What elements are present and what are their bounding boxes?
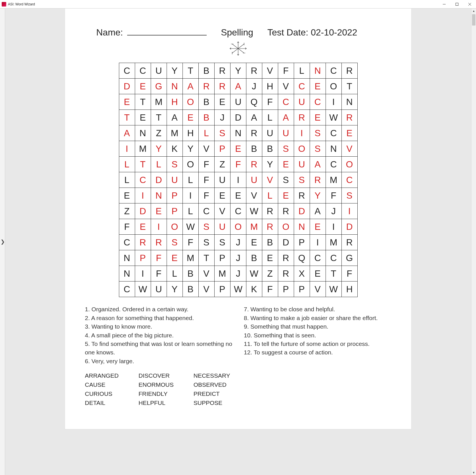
grid-cell: C bbox=[135, 63, 151, 79]
document-canvas: Name: Spelling Test Date: 02-10-2022 bbox=[5, 9, 471, 475]
word-bank-item: NECESSARY bbox=[194, 372, 230, 379]
grid-cell: M bbox=[214, 266, 230, 281]
grid-cell: G bbox=[341, 250, 357, 266]
grid-cell: V bbox=[198, 141, 214, 157]
grid-cell: Z bbox=[151, 125, 167, 141]
grid-cell: S bbox=[198, 219, 214, 235]
vertical-scrollbar[interactable]: ▲ ▼ bbox=[471, 9, 476, 475]
grid-cell: L bbox=[198, 125, 214, 141]
grid-cell: B bbox=[198, 110, 214, 125]
grid-cell: A bbox=[278, 110, 294, 125]
grid-cell: V bbox=[278, 79, 294, 94]
grid-cell: V bbox=[262, 172, 278, 188]
grid-cell: D bbox=[341, 219, 357, 235]
grid-cell: E bbox=[119, 94, 135, 110]
grid-cell: F bbox=[198, 188, 214, 203]
grid-cell: F bbox=[119, 219, 135, 235]
grid-cell: R bbox=[278, 203, 294, 219]
expand-panel-icon[interactable]: ❯ bbox=[1, 239, 5, 245]
grid-cell: E bbox=[278, 188, 294, 203]
grid-cell: S bbox=[167, 157, 183, 172]
grid-cell: M bbox=[151, 94, 167, 110]
grid-cell: S bbox=[278, 172, 294, 188]
grid-cell: R bbox=[198, 79, 214, 94]
grid-cell: C bbox=[310, 94, 326, 110]
grid-cell: T bbox=[198, 250, 214, 266]
grid-cell: T bbox=[119, 110, 135, 125]
grid-cell: W bbox=[183, 219, 198, 235]
grid-cell: T bbox=[151, 110, 167, 125]
grid-cell: L bbox=[151, 157, 167, 172]
clue-columns: 1. Organized. Ordered in a certain way.2… bbox=[85, 305, 391, 365]
grid-cell: D bbox=[135, 203, 151, 219]
grid-cell: C bbox=[119, 281, 135, 297]
word-bank-item: CAUSE bbox=[85, 381, 119, 388]
grid-cell: D bbox=[294, 203, 310, 219]
direction-compass-icon bbox=[85, 41, 391, 58]
grid-cell: D bbox=[151, 172, 167, 188]
clue-column-right: 7. Wanting to be close and helpful.8. Wa… bbox=[244, 305, 391, 365]
grid-cell: L bbox=[183, 203, 198, 219]
grid-cell: Y bbox=[167, 63, 183, 79]
word-bank-item: DETAIL bbox=[85, 400, 119, 406]
worksheet-page: Name: Spelling Test Date: 02-10-2022 bbox=[65, 9, 411, 429]
grid-cell: L bbox=[167, 266, 183, 281]
grid-row: CCUYTBRYRVFLNCR bbox=[119, 63, 357, 79]
grid-cell: R bbox=[246, 125, 262, 141]
grid-cell: P bbox=[214, 250, 230, 266]
grid-cell: E bbox=[167, 250, 183, 266]
name-blank-line bbox=[127, 26, 207, 35]
grid-cell: P bbox=[214, 281, 230, 297]
minimize-button[interactable] bbox=[438, 0, 450, 9]
word-bank-item: PREDICT bbox=[194, 390, 230, 397]
grid-cell: T bbox=[183, 63, 198, 79]
word-bank-item: HELPFUL bbox=[139, 400, 174, 406]
clue-item: 7. Wanting to be close and helpful. bbox=[244, 305, 391, 314]
grid-cell: N bbox=[119, 250, 135, 266]
grid-cell: I bbox=[294, 125, 310, 141]
grid-cell: E bbox=[214, 188, 230, 203]
grid-cell: C bbox=[119, 63, 135, 79]
maximize-button[interactable] bbox=[450, 0, 463, 9]
grid-cell: B bbox=[246, 250, 262, 266]
letter-grid: CCUYTBRYRVFLNCRDEGNARRAJHVCEOTETMHOBEUQF… bbox=[119, 63, 358, 297]
grid-cell: R bbox=[151, 235, 167, 250]
grid-cell: C bbox=[119, 235, 135, 250]
grid-cell: R bbox=[341, 110, 357, 125]
grid-cell: H bbox=[167, 94, 183, 110]
test-date-label: Test Date: bbox=[267, 27, 308, 37]
clue-item: 12. To suggest a course of action. bbox=[244, 348, 391, 357]
scroll-thumb[interactable] bbox=[472, 14, 475, 26]
grid-cell: A bbox=[119, 125, 135, 141]
grid-cell: E bbox=[135, 219, 151, 235]
grid-cell: E bbox=[230, 141, 246, 157]
close-button[interactable] bbox=[463, 0, 476, 9]
grid-cell: W bbox=[326, 110, 341, 125]
grid-cell: A bbox=[183, 79, 198, 94]
scroll-down-icon[interactable]: ▼ bbox=[471, 470, 476, 475]
grid-cell: O bbox=[278, 219, 294, 235]
grid-cell: U bbox=[294, 157, 310, 172]
grid-cell: N bbox=[151, 188, 167, 203]
grid-cell: E bbox=[341, 125, 357, 141]
grid-cell: E bbox=[262, 250, 278, 266]
grid-row: CRRSFSSJEBDPIMR bbox=[119, 235, 357, 250]
grid-cell: V bbox=[198, 266, 214, 281]
grid-cell: E bbox=[214, 94, 230, 110]
grid-row: TETAEBJDALAREWR bbox=[119, 110, 357, 125]
grid-cell: J bbox=[230, 235, 246, 250]
grid-cell: E bbox=[246, 235, 262, 250]
grid-cell: S bbox=[294, 172, 310, 188]
grid-cell: R bbox=[294, 110, 310, 125]
grid-cell: C bbox=[294, 79, 310, 94]
grid-cell: W bbox=[135, 281, 151, 297]
grid-cell: A bbox=[310, 157, 326, 172]
grid-cell: F bbox=[262, 94, 278, 110]
scroll-up-icon[interactable]: ▲ bbox=[471, 9, 476, 13]
word-bank-item: OBSERVED bbox=[194, 381, 230, 388]
grid-cell: U bbox=[230, 94, 246, 110]
grid-cell: A bbox=[230, 79, 246, 94]
grid-cell: K bbox=[167, 141, 183, 157]
grid-cell: C bbox=[310, 250, 326, 266]
grid-cell: E bbox=[135, 110, 151, 125]
